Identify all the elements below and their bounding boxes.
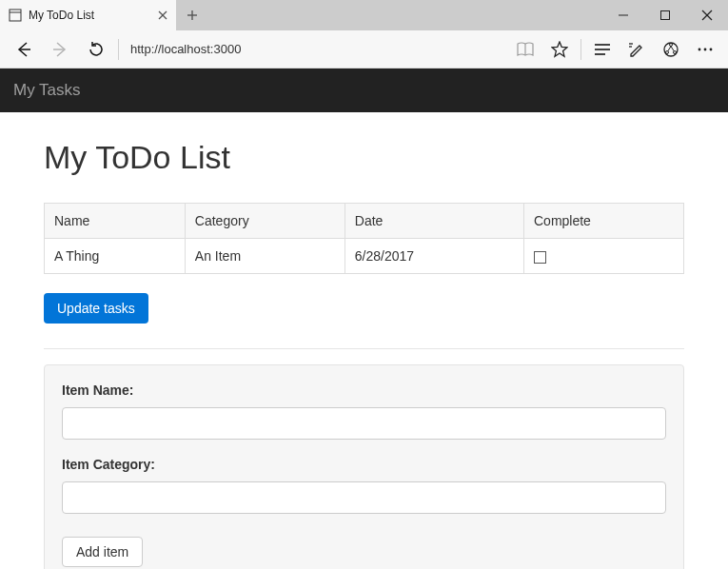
new-tab-button[interactable] bbox=[177, 0, 207, 30]
app-navbar-title[interactable]: My Tasks bbox=[13, 81, 81, 100]
divider bbox=[44, 348, 684, 349]
svg-point-18 bbox=[664, 43, 678, 56]
refresh-button[interactable] bbox=[78, 30, 114, 69]
item-category-label: Item Category: bbox=[62, 457, 666, 472]
page-title: My ToDo List bbox=[44, 139, 684, 176]
share-icon[interactable] bbox=[654, 30, 688, 69]
col-date: Date bbox=[344, 204, 523, 239]
update-tasks-button[interactable]: Update tasks bbox=[44, 293, 148, 324]
item-name-label: Item Name: bbox=[62, 383, 666, 398]
svg-point-20 bbox=[666, 50, 669, 53]
svg-line-22 bbox=[668, 46, 671, 50]
favorites-icon[interactable] bbox=[542, 30, 577, 69]
svg-point-21 bbox=[674, 50, 677, 53]
app-navbar: My Tasks bbox=[0, 69, 728, 112]
close-window-button[interactable] bbox=[686, 0, 728, 30]
col-complete: Complete bbox=[523, 204, 683, 239]
add-item-form: Item Name: Item Category: Add item bbox=[44, 364, 684, 569]
page-icon bbox=[8, 8, 23, 23]
cell-name: A Thing bbox=[45, 239, 186, 274]
browser-toolbar bbox=[0, 30, 728, 69]
svg-point-19 bbox=[670, 43, 673, 46]
col-category: Category bbox=[185, 204, 344, 239]
notes-icon[interactable] bbox=[620, 30, 654, 69]
item-name-input[interactable] bbox=[62, 407, 666, 440]
close-tab-icon[interactable] bbox=[155, 8, 170, 23]
col-name: Name bbox=[45, 204, 186, 239]
item-category-input[interactable] bbox=[62, 481, 666, 514]
svg-point-26 bbox=[710, 48, 713, 50]
svg-rect-7 bbox=[661, 11, 670, 20]
cell-category: An Item bbox=[185, 239, 344, 274]
complete-checkbox[interactable] bbox=[534, 251, 546, 264]
svg-point-24 bbox=[698, 48, 701, 50]
page-container: My ToDo List Name Category Date Complete… bbox=[0, 112, 728, 569]
window-controls bbox=[602, 0, 728, 30]
cell-date: 6/28/2017 bbox=[344, 239, 523, 274]
toolbar-separator bbox=[118, 39, 119, 60]
add-item-button[interactable]: Add item bbox=[62, 537, 143, 567]
svg-point-25 bbox=[704, 48, 707, 50]
svg-line-23 bbox=[671, 46, 674, 50]
titlebar-spacer bbox=[207, 0, 602, 30]
table-row: A Thing An Item 6/28/2017 bbox=[45, 239, 684, 274]
window-titlebar: My ToDo List bbox=[0, 0, 728, 30]
toolbar-right bbox=[508, 30, 722, 69]
browser-tab[interactable]: My ToDo List bbox=[0, 0, 177, 30]
hub-icon[interactable] bbox=[585, 30, 620, 69]
cell-complete bbox=[523, 239, 683, 274]
maximize-button[interactable] bbox=[644, 0, 686, 30]
tab-strip: My ToDo List bbox=[0, 0, 207, 30]
table-header-row: Name Category Date Complete bbox=[45, 204, 684, 239]
address-bar[interactable] bbox=[123, 37, 508, 62]
minimize-button[interactable] bbox=[602, 0, 644, 30]
tasks-table: Name Category Date Complete A Thing An I… bbox=[44, 203, 684, 274]
forward-button[interactable] bbox=[42, 30, 78, 69]
back-button[interactable] bbox=[6, 30, 42, 69]
svg-rect-0 bbox=[10, 10, 21, 21]
toolbar-separator bbox=[580, 39, 581, 60]
tab-title: My ToDo List bbox=[29, 9, 149, 22]
viewport: My Tasks My ToDo List Name Category Date… bbox=[0, 69, 728, 569]
reading-view-icon[interactable] bbox=[508, 30, 542, 69]
more-icon[interactable] bbox=[688, 30, 722, 69]
